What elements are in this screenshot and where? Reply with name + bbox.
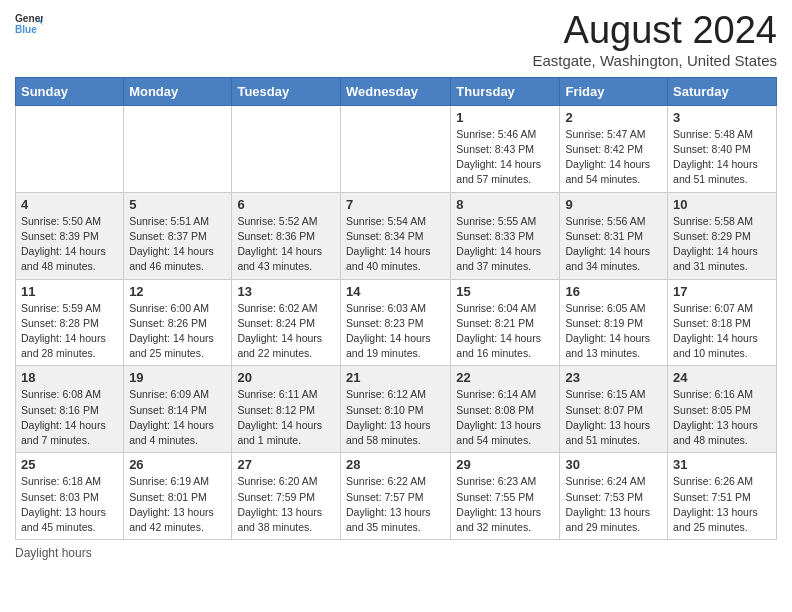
day-info: Sunrise: 5:48 AM Sunset: 8:40 PM Dayligh… bbox=[673, 127, 771, 188]
day-info: Sunrise: 6:23 AM Sunset: 7:55 PM Dayligh… bbox=[456, 474, 554, 535]
header: General Blue August 2024 Eastgate, Washi… bbox=[15, 10, 777, 69]
day-info: Sunrise: 6:12 AM Sunset: 8:10 PM Dayligh… bbox=[346, 387, 445, 448]
calendar-day: 14Sunrise: 6:03 AM Sunset: 8:23 PM Dayli… bbox=[340, 279, 450, 366]
calendar: SundayMondayTuesdayWednesdayThursdayFrid… bbox=[15, 77, 777, 540]
day-number: 8 bbox=[456, 197, 554, 212]
calendar-day bbox=[340, 105, 450, 192]
day-info: Sunrise: 6:14 AM Sunset: 8:08 PM Dayligh… bbox=[456, 387, 554, 448]
main-title: August 2024 bbox=[532, 10, 777, 52]
day-info: Sunrise: 6:02 AM Sunset: 8:24 PM Dayligh… bbox=[237, 301, 335, 362]
calendar-day: 12Sunrise: 6:00 AM Sunset: 8:26 PM Dayli… bbox=[124, 279, 232, 366]
day-number: 5 bbox=[129, 197, 226, 212]
calendar-header-saturday: Saturday bbox=[668, 77, 777, 105]
day-info: Sunrise: 5:51 AM Sunset: 8:37 PM Dayligh… bbox=[129, 214, 226, 275]
calendar-day: 2Sunrise: 5:47 AM Sunset: 8:42 PM Daylig… bbox=[560, 105, 668, 192]
day-number: 10 bbox=[673, 197, 771, 212]
calendar-day: 15Sunrise: 6:04 AM Sunset: 8:21 PM Dayli… bbox=[451, 279, 560, 366]
day-info: Sunrise: 6:09 AM Sunset: 8:14 PM Dayligh… bbox=[129, 387, 226, 448]
day-number: 29 bbox=[456, 457, 554, 472]
day-info: Sunrise: 6:07 AM Sunset: 8:18 PM Dayligh… bbox=[673, 301, 771, 362]
title-area: August 2024 Eastgate, Washington, United… bbox=[532, 10, 777, 69]
day-info: Sunrise: 6:05 AM Sunset: 8:19 PM Dayligh… bbox=[565, 301, 662, 362]
day-info: Sunrise: 6:19 AM Sunset: 8:01 PM Dayligh… bbox=[129, 474, 226, 535]
day-number: 23 bbox=[565, 370, 662, 385]
calendar-header-tuesday: Tuesday bbox=[232, 77, 341, 105]
calendar-day: 26Sunrise: 6:19 AM Sunset: 8:01 PM Dayli… bbox=[124, 453, 232, 540]
footer-note: Daylight hours bbox=[15, 546, 777, 560]
day-info: Sunrise: 5:52 AM Sunset: 8:36 PM Dayligh… bbox=[237, 214, 335, 275]
day-number: 11 bbox=[21, 284, 118, 299]
calendar-day bbox=[124, 105, 232, 192]
day-info: Sunrise: 5:59 AM Sunset: 8:28 PM Dayligh… bbox=[21, 301, 118, 362]
logo-icon: General Blue bbox=[15, 10, 43, 38]
calendar-week-4: 18Sunrise: 6:08 AM Sunset: 8:16 PM Dayli… bbox=[16, 366, 777, 453]
svg-text:Blue: Blue bbox=[15, 24, 37, 35]
day-number: 31 bbox=[673, 457, 771, 472]
day-info: Sunrise: 6:24 AM Sunset: 7:53 PM Dayligh… bbox=[565, 474, 662, 535]
day-number: 6 bbox=[237, 197, 335, 212]
calendar-day: 19Sunrise: 6:09 AM Sunset: 8:14 PM Dayli… bbox=[124, 366, 232, 453]
day-number: 22 bbox=[456, 370, 554, 385]
calendar-day: 6Sunrise: 5:52 AM Sunset: 8:36 PM Daylig… bbox=[232, 192, 341, 279]
day-number: 12 bbox=[129, 284, 226, 299]
day-info: Sunrise: 5:47 AM Sunset: 8:42 PM Dayligh… bbox=[565, 127, 662, 188]
day-info: Sunrise: 5:50 AM Sunset: 8:39 PM Dayligh… bbox=[21, 214, 118, 275]
calendar-day: 1Sunrise: 5:46 AM Sunset: 8:43 PM Daylig… bbox=[451, 105, 560, 192]
calendar-day: 29Sunrise: 6:23 AM Sunset: 7:55 PM Dayli… bbox=[451, 453, 560, 540]
day-info: Sunrise: 5:58 AM Sunset: 8:29 PM Dayligh… bbox=[673, 214, 771, 275]
day-info: Sunrise: 6:16 AM Sunset: 8:05 PM Dayligh… bbox=[673, 387, 771, 448]
calendar-day: 20Sunrise: 6:11 AM Sunset: 8:12 PM Dayli… bbox=[232, 366, 341, 453]
day-info: Sunrise: 6:26 AM Sunset: 7:51 PM Dayligh… bbox=[673, 474, 771, 535]
day-number: 13 bbox=[237, 284, 335, 299]
day-number: 14 bbox=[346, 284, 445, 299]
day-info: Sunrise: 5:46 AM Sunset: 8:43 PM Dayligh… bbox=[456, 127, 554, 188]
calendar-day: 24Sunrise: 6:16 AM Sunset: 8:05 PM Dayli… bbox=[668, 366, 777, 453]
day-info: Sunrise: 6:04 AM Sunset: 8:21 PM Dayligh… bbox=[456, 301, 554, 362]
day-number: 24 bbox=[673, 370, 771, 385]
calendar-day: 22Sunrise: 6:14 AM Sunset: 8:08 PM Dayli… bbox=[451, 366, 560, 453]
logo: General Blue bbox=[15, 10, 43, 38]
day-info: Sunrise: 5:56 AM Sunset: 8:31 PM Dayligh… bbox=[565, 214, 662, 275]
day-number: 1 bbox=[456, 110, 554, 125]
day-number: 4 bbox=[21, 197, 118, 212]
day-info: Sunrise: 6:22 AM Sunset: 7:57 PM Dayligh… bbox=[346, 474, 445, 535]
calendar-day: 30Sunrise: 6:24 AM Sunset: 7:53 PM Dayli… bbox=[560, 453, 668, 540]
calendar-day: 10Sunrise: 5:58 AM Sunset: 8:29 PM Dayli… bbox=[668, 192, 777, 279]
calendar-day: 16Sunrise: 6:05 AM Sunset: 8:19 PM Dayli… bbox=[560, 279, 668, 366]
calendar-day: 13Sunrise: 6:02 AM Sunset: 8:24 PM Dayli… bbox=[232, 279, 341, 366]
calendar-day: 18Sunrise: 6:08 AM Sunset: 8:16 PM Dayli… bbox=[16, 366, 124, 453]
day-number: 19 bbox=[129, 370, 226, 385]
calendar-header-sunday: Sunday bbox=[16, 77, 124, 105]
calendar-day: 27Sunrise: 6:20 AM Sunset: 7:59 PM Dayli… bbox=[232, 453, 341, 540]
day-info: Sunrise: 6:11 AM Sunset: 8:12 PM Dayligh… bbox=[237, 387, 335, 448]
calendar-day: 23Sunrise: 6:15 AM Sunset: 8:07 PM Dayli… bbox=[560, 366, 668, 453]
day-number: 20 bbox=[237, 370, 335, 385]
calendar-week-5: 25Sunrise: 6:18 AM Sunset: 8:03 PM Dayli… bbox=[16, 453, 777, 540]
day-number: 2 bbox=[565, 110, 662, 125]
calendar-header-wednesday: Wednesday bbox=[340, 77, 450, 105]
calendar-day: 8Sunrise: 5:55 AM Sunset: 8:33 PM Daylig… bbox=[451, 192, 560, 279]
calendar-day: 3Sunrise: 5:48 AM Sunset: 8:40 PM Daylig… bbox=[668, 105, 777, 192]
day-info: Sunrise: 6:15 AM Sunset: 8:07 PM Dayligh… bbox=[565, 387, 662, 448]
day-number: 15 bbox=[456, 284, 554, 299]
calendar-day: 7Sunrise: 5:54 AM Sunset: 8:34 PM Daylig… bbox=[340, 192, 450, 279]
day-number: 3 bbox=[673, 110, 771, 125]
calendar-day: 9Sunrise: 5:56 AM Sunset: 8:31 PM Daylig… bbox=[560, 192, 668, 279]
day-number: 9 bbox=[565, 197, 662, 212]
day-info: Sunrise: 5:55 AM Sunset: 8:33 PM Dayligh… bbox=[456, 214, 554, 275]
calendar-day: 11Sunrise: 5:59 AM Sunset: 8:28 PM Dayli… bbox=[16, 279, 124, 366]
day-info: Sunrise: 6:03 AM Sunset: 8:23 PM Dayligh… bbox=[346, 301, 445, 362]
calendar-day: 17Sunrise: 6:07 AM Sunset: 8:18 PM Dayli… bbox=[668, 279, 777, 366]
day-info: Sunrise: 6:00 AM Sunset: 8:26 PM Dayligh… bbox=[129, 301, 226, 362]
day-number: 17 bbox=[673, 284, 771, 299]
calendar-day: 5Sunrise: 5:51 AM Sunset: 8:37 PM Daylig… bbox=[124, 192, 232, 279]
day-number: 26 bbox=[129, 457, 226, 472]
day-number: 25 bbox=[21, 457, 118, 472]
day-number: 7 bbox=[346, 197, 445, 212]
calendar-day: 21Sunrise: 6:12 AM Sunset: 8:10 PM Dayli… bbox=[340, 366, 450, 453]
day-number: 16 bbox=[565, 284, 662, 299]
calendar-week-3: 11Sunrise: 5:59 AM Sunset: 8:28 PM Dayli… bbox=[16, 279, 777, 366]
calendar-day bbox=[232, 105, 341, 192]
day-number: 18 bbox=[21, 370, 118, 385]
calendar-day: 31Sunrise: 6:26 AM Sunset: 7:51 PM Dayli… bbox=[668, 453, 777, 540]
